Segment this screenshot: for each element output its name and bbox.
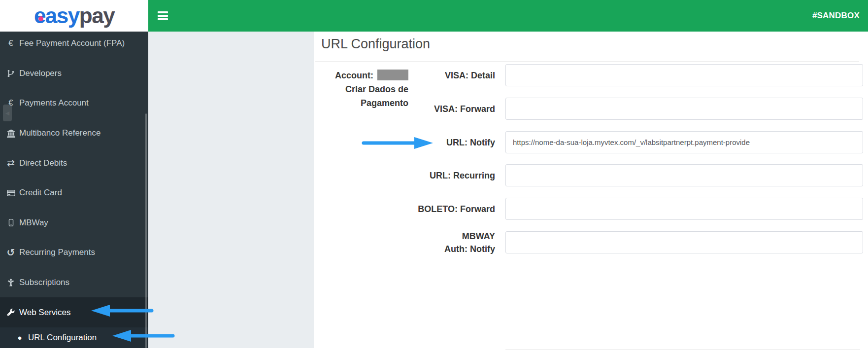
menu-icon[interactable] bbox=[158, 11, 168, 20]
form-row: VISA: Detail bbox=[414, 64, 863, 86]
sidebar-item-label: Web Services bbox=[19, 308, 71, 318]
sidebar-item-recurring-payments[interactable]: ↺ Recurring Payments bbox=[0, 238, 148, 268]
sidebar-item-label: URL Configuration bbox=[28, 333, 97, 343]
sidebar-item-direct-debits[interactable]: ⇄ Direct Debits bbox=[0, 148, 148, 178]
sidebar-item-mbway[interactable]: MBWay bbox=[0, 208, 148, 238]
sandbox-badge: #SANDBOX bbox=[812, 0, 860, 32]
mbway-auth-notify-input[interactable] bbox=[505, 231, 863, 253]
visa-detail-label: VISA: Detail bbox=[414, 69, 495, 82]
visa-forward-label: VISA: Forward bbox=[414, 103, 495, 115]
account-line3: Pagamento bbox=[314, 96, 408, 110]
euro-icon: € bbox=[5, 38, 17, 48]
page-title: URL Configuration bbox=[321, 36, 430, 52]
boleto-forward-label: BOLETO: Forward bbox=[414, 203, 495, 215]
visa-forward-input[interactable] bbox=[505, 98, 863, 120]
sidebar-item-label: Recurring Payments bbox=[19, 248, 95, 257]
logo-pay: pay bbox=[79, 3, 114, 28]
visa-detail-input[interactable] bbox=[505, 64, 863, 86]
logo-area: eeasyasypay bbox=[0, 0, 148, 32]
content-gutter bbox=[148, 32, 314, 348]
sidebar-item-label: Credit Card bbox=[19, 188, 62, 198]
bottom-divider bbox=[505, 349, 860, 350]
url-notify-input[interactable] bbox=[505, 131, 863, 153]
sidebar-item-label: Payments Account bbox=[19, 98, 89, 108]
exchange-icon: ⇄ bbox=[5, 157, 17, 169]
form-row: BOLETO: Forward bbox=[414, 198, 863, 220]
account-label: Account: bbox=[335, 71, 373, 80]
sidebar-item-label: MBWay bbox=[19, 218, 48, 228]
logo-easy: asy bbox=[45, 3, 79, 28]
sidebar-item-label: Fee Payment Account (FPA) bbox=[19, 38, 125, 48]
sidebar-item-multibanco-reference[interactable]: Multibanco Reference bbox=[0, 118, 148, 148]
history-icon: ↺ bbox=[5, 247, 17, 258]
code-branch-icon bbox=[5, 70, 17, 77]
form-row: URL: Notify bbox=[414, 131, 863, 153]
sidebar-item-credit-card[interactable]: Credit Card bbox=[0, 178, 148, 208]
sidebar: € Fee Payment Account (FPA) Developers €… bbox=[0, 32, 148, 348]
account-id-redacted bbox=[377, 70, 408, 80]
bank-icon bbox=[5, 129, 17, 138]
sidebar-item-label: Multibanco Reference bbox=[19, 128, 100, 138]
form-row: MBWAY Auth: Notify bbox=[414, 231, 863, 253]
url-recurring-input[interactable] bbox=[505, 164, 863, 186]
main-content: URL Configuration Account: Criar Dados d… bbox=[314, 32, 868, 357]
account-line2: Criar Dados de bbox=[314, 82, 408, 96]
collapse-arrow-icon[interactable]: ◀ bbox=[3, 105, 12, 121]
easypay-logo: eeasyasypay bbox=[34, 5, 114, 27]
mbway-auth-notify-label: MBWAY Auth: Notify bbox=[414, 230, 495, 255]
boleto-forward-input[interactable] bbox=[505, 198, 863, 220]
mobile-icon bbox=[5, 219, 17, 226]
annotation-arrow-url-configuration bbox=[110, 329, 175, 342]
account-info: Account: Criar Dados de Pagamento bbox=[314, 69, 408, 110]
sidebar-item-payments-account[interactable]: € Payments Account bbox=[0, 88, 148, 118]
wrench-icon bbox=[5, 309, 17, 317]
person-icon bbox=[5, 279, 17, 286]
sidebar-item-fee-payment-account[interactable]: € Fee Payment Account (FPA) bbox=[0, 29, 148, 59]
top-navbar: #SANDBOX bbox=[148, 0, 868, 32]
sidebar-item-label: Subscriptions bbox=[19, 278, 69, 287]
sidebar-item-developers[interactable]: Developers bbox=[0, 59, 148, 89]
sidebar-item-subscriptions[interactable]: Subscriptions bbox=[0, 268, 148, 298]
sidebar-item-label: Direct Debits bbox=[19, 158, 67, 168]
form-row: URL: Recurring bbox=[414, 164, 863, 186]
logo-dot-icon bbox=[38, 16, 43, 21]
sidebar-item-label: Developers bbox=[19, 69, 62, 78]
title-divider bbox=[315, 61, 859, 62]
form-row: VISA: Forward bbox=[414, 98, 863, 120]
credit-card-icon bbox=[5, 189, 17, 197]
annotation-arrow-url-notify bbox=[361, 137, 434, 149]
annotation-arrow-web-services bbox=[90, 304, 154, 317]
circle-icon: ● bbox=[14, 333, 26, 342]
url-recurring-label: URL: Recurring bbox=[414, 169, 495, 182]
